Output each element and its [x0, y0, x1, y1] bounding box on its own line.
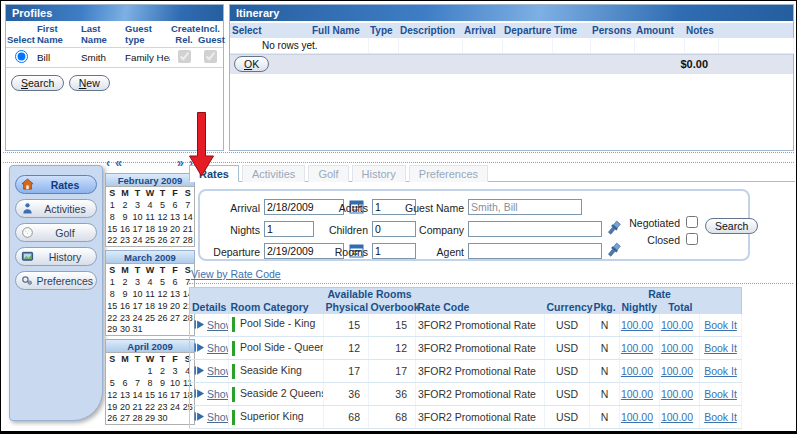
calendar-day[interactable]: 14: [181, 211, 194, 223]
calendar-day[interactable]: 29: [144, 413, 157, 425]
tab-golf[interactable]: Golf: [308, 165, 348, 182]
calendar-day[interactable]: 26: [106, 413, 119, 425]
calendar-day[interactable]: 1: [106, 199, 119, 211]
calendar-day[interactable]: 15: [106, 300, 119, 312]
calendar-day[interactable]: 5: [156, 276, 169, 288]
total-rate-link[interactable]: 100.00: [661, 388, 693, 400]
calendar-day[interactable]: 12: [156, 211, 169, 223]
show-details-link[interactable]: Show: [194, 319, 229, 331]
calendar-day[interactable]: 20: [169, 300, 182, 312]
profiles-search-button[interactable]: Search: [11, 75, 64, 91]
calendar-day[interactable]: 22: [106, 312, 119, 324]
calendar-day[interactable]: 11: [144, 211, 157, 223]
calendar-day[interactable]: 17: [131, 300, 144, 312]
calendar-day[interactable]: 23: [156, 401, 169, 413]
show-details-link[interactable]: Show: [194, 365, 229, 377]
calendar-day[interactable]: 19: [156, 300, 169, 312]
calendar-day[interactable]: 22: [144, 401, 157, 413]
nightly-rate-link[interactable]: 100.00: [621, 319, 653, 331]
calendar-day[interactable]: 3: [131, 199, 144, 211]
total-rate-link[interactable]: 100.00: [661, 342, 693, 354]
company-input[interactable]: [468, 221, 602, 237]
calendar-day[interactable]: 24: [169, 401, 182, 413]
calendar-day[interactable]: 9: [119, 211, 132, 223]
closed-checkbox[interactable]: [686, 233, 698, 245]
calendar-day[interactable]: 27: [169, 235, 182, 247]
calendar-day[interactable]: 13: [119, 389, 132, 401]
calendar-day[interactable]: 15: [144, 389, 157, 401]
calendar-day[interactable]: 19: [156, 223, 169, 235]
calendar-day[interactable]: 26: [156, 235, 169, 247]
calendar-day[interactable]: 12: [106, 389, 119, 401]
calendar-day[interactable]: 24: [131, 312, 144, 324]
calendar-day[interactable]: 7: [131, 377, 144, 389]
book-it-link[interactable]: Book It: [704, 342, 737, 354]
calendar-day[interactable]: 31: [131, 324, 144, 336]
nightly-rate-link[interactable]: 100.00: [621, 342, 653, 354]
calendar-day[interactable]: 21: [181, 223, 194, 235]
calendar-day[interactable]: 17: [131, 223, 144, 235]
calendar-prev-nav[interactable]: ‹ «: [106, 157, 123, 170]
calendar-day[interactable]: 3: [131, 276, 144, 288]
tab-rates[interactable]: Rates: [189, 165, 239, 182]
itinerary-ok-button[interactable]: OK: [234, 56, 269, 72]
book-it-link[interactable]: Book It: [704, 411, 737, 423]
view-by-rate-code-link[interactable]: View by Rate Code: [191, 268, 281, 280]
calendar-day[interactable]: 16: [119, 223, 132, 235]
nights-input[interactable]: [264, 221, 314, 237]
calendar-day[interactable]: 9: [156, 377, 169, 389]
calendar-day[interactable]: 2: [156, 365, 169, 377]
total-rate-link[interactable]: 100.00: [661, 319, 693, 331]
nightly-rate-link[interactable]: 100.00: [621, 411, 653, 423]
calendar-day[interactable]: 7: [181, 199, 194, 211]
calendar-day[interactable]: 5: [106, 377, 119, 389]
tab-activities[interactable]: Activities: [242, 165, 305, 182]
calendar-day[interactable]: 4: [144, 199, 157, 211]
calendar-day[interactable]: 24: [131, 235, 144, 247]
calendar-day[interactable]: 5: [156, 199, 169, 211]
calendar-day[interactable]: 30: [156, 413, 169, 425]
calendar-day[interactable]: 23: [119, 312, 132, 324]
calendar-day[interactable]: 22: [106, 235, 119, 247]
sidebar-item-history[interactable]: History: [15, 247, 97, 266]
calendar-day[interactable]: 14: [131, 389, 144, 401]
tab-preferences[interactable]: Preferences: [409, 165, 488, 182]
sidebar-item-rates[interactable]: Rates: [15, 175, 97, 194]
calendar-day[interactable]: 10: [169, 377, 182, 389]
calendar-day[interactable]: 6: [119, 377, 132, 389]
calendar-day[interactable]: 28: [131, 413, 144, 425]
rate-search-button[interactable]: Search: [705, 218, 758, 234]
calendar-day[interactable]: 10: [131, 211, 144, 223]
calendar-day[interactable]: 25: [144, 312, 157, 324]
sidebar-item-preferences[interactable]: Preferences: [15, 271, 97, 290]
calendar-day[interactable]: 15: [106, 223, 119, 235]
calendar-day[interactable]: 21: [131, 401, 144, 413]
show-details-link[interactable]: Show: [194, 342, 229, 354]
nightly-rate-link[interactable]: 100.00: [621, 365, 653, 377]
calendar-day[interactable]: 2: [119, 276, 132, 288]
total-rate-link[interactable]: 100.00: [661, 365, 693, 377]
calendar-day[interactable]: 25: [144, 235, 157, 247]
calendar-day[interactable]: 18: [144, 300, 157, 312]
calendar-day[interactable]: 6: [169, 276, 182, 288]
calendar-day[interactable]: 29: [106, 324, 119, 336]
book-it-link[interactable]: Book It: [704, 365, 737, 377]
calendar-day[interactable]: 13: [169, 288, 182, 300]
calendar-day[interactable]: 4: [144, 276, 157, 288]
show-details-link[interactable]: Show: [194, 388, 229, 400]
profiles-new-button[interactable]: New: [69, 75, 110, 91]
nightly-rate-link[interactable]: 100.00: [621, 388, 653, 400]
total-rate-link[interactable]: 100.00: [661, 411, 693, 423]
calendar-day[interactable]: 3: [169, 365, 182, 377]
calendar-day[interactable]: 26: [156, 312, 169, 324]
calendar-day[interactable]: 2: [119, 199, 132, 211]
calendar-day[interactable]: 11: [144, 288, 157, 300]
calendar-day[interactable]: 20: [169, 223, 182, 235]
calendar-day[interactable]: 8: [106, 288, 119, 300]
calendar-day[interactable]: 10: [131, 288, 144, 300]
calendar-day[interactable]: 9: [119, 288, 132, 300]
calendar-day[interactable]: 18: [144, 223, 157, 235]
calendar-day[interactable]: 1: [106, 276, 119, 288]
calendar-day[interactable]: 20: [119, 401, 132, 413]
calendar-day[interactable]: 16: [119, 300, 132, 312]
